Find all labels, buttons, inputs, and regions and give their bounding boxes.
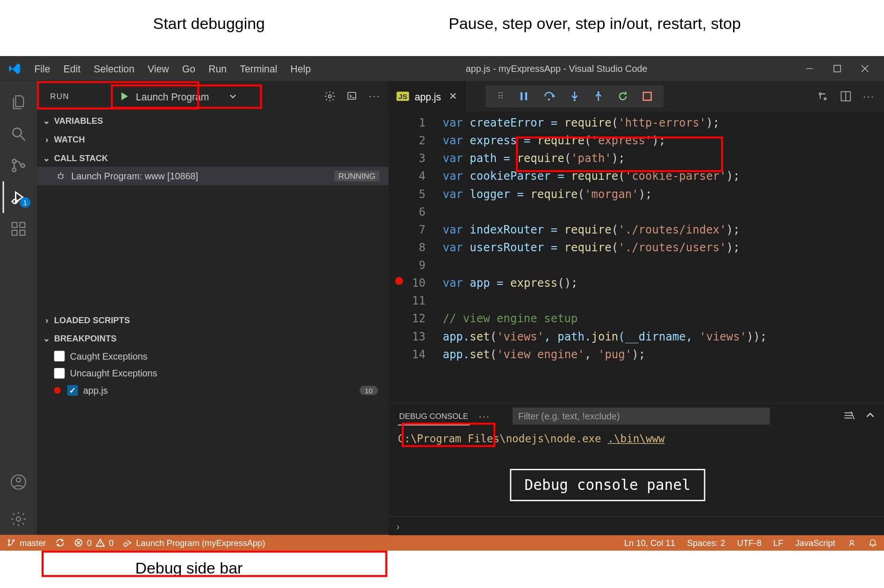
step-out-button[interactable]	[593, 91, 603, 102]
maximize-button[interactable]	[831, 63, 843, 74]
status-bar: master 0 0 Launch Program (myExpressApp)…	[0, 535, 884, 551]
svg-point-18	[16, 517, 21, 521]
split-editor-icon[interactable]	[841, 91, 851, 102]
menu-go[interactable]: Go	[176, 59, 202, 78]
status-problems[interactable]: 0 0	[74, 538, 114, 547]
clear-console-icon[interactable]	[843, 411, 855, 421]
console-input-prompt[interactable]: ›	[389, 517, 884, 535]
callstack-item[interactable]: Launch Program: www [10868] RUNNING	[37, 167, 389, 185]
status-cursor[interactable]: Ln 10, Col 11	[624, 538, 675, 547]
close-icon[interactable]: ✕	[449, 90, 457, 102]
filter-input[interactable]: Filter (e.g. text, !exclude)	[513, 408, 770, 425]
activity-run-debug[interactable]: 1	[3, 181, 35, 213]
start-debug-icon[interactable]	[119, 91, 129, 102]
breakpoint-marker-icon[interactable]	[395, 277, 403, 285]
section-callstack-header[interactable]: ⌄ CALL STACK	[37, 149, 389, 167]
drag-handle-icon[interactable]: ⠿	[497, 91, 504, 102]
menu-bar: File Edit Selection View Go Run Terminal…	[28, 59, 317, 78]
panel-tab-bar: DEBUG CONSOLE ··· Filter (e.g. text, !ex…	[389, 404, 884, 429]
compare-icon[interactable]	[817, 90, 829, 102]
code-editor[interactable]: 1 2 3 4 5 6 7 8 9 10 11 12 13 14 var cre…	[389, 112, 884, 403]
svg-line-24	[63, 174, 64, 175]
menu-help[interactable]: Help	[284, 59, 317, 78]
more-icon[interactable]: ···	[369, 90, 381, 102]
menu-run[interactable]: Run	[202, 59, 233, 78]
svg-point-9	[13, 199, 17, 204]
activity-explorer[interactable]	[3, 86, 35, 118]
svg-line-5	[21, 136, 25, 140]
pause-button[interactable]	[518, 91, 529, 102]
breakpoint-caught-exceptions[interactable]: Caught Exceptions	[37, 347, 389, 365]
section-breakpoints-header[interactable]: ⌄ BREAKPOINTS	[37, 329, 389, 348]
window-controls	[796, 63, 879, 74]
stop-button[interactable]	[642, 92, 652, 101]
more-icon[interactable]: ···	[479, 411, 491, 422]
status-language[interactable]: JavaScript	[795, 538, 835, 547]
activity-accounts[interactable]	[3, 466, 35, 498]
svg-point-31	[573, 99, 575, 101]
chevron-up-icon[interactable]	[866, 411, 875, 421]
breakpoint-uncaught-exceptions[interactable]: Uncaught Exceptions	[37, 365, 389, 382]
status-sync[interactable]	[55, 538, 64, 547]
restart-button[interactable]	[617, 91, 628, 102]
feedback-icon[interactable]	[847, 538, 856, 547]
activity-settings[interactable]	[3, 503, 35, 535]
section-variables: ⌄ VARIABLES	[37, 112, 389, 130]
tab-appjs[interactable]: JS app.js ✕	[389, 81, 465, 112]
section-breakpoints-label: BREAKPOINTS	[54, 333, 117, 343]
svg-point-35	[820, 93, 821, 95]
run-sidebar: RUN Launch Program ···	[37, 81, 389, 535]
debug-console-icon[interactable]	[347, 90, 358, 102]
launch-config-dropdown[interactable]: Launch Program	[115, 88, 241, 105]
svg-line-23	[57, 174, 59, 175]
svg-rect-34	[643, 92, 651, 100]
callstack-status: RUNNING	[335, 171, 379, 182]
activity-search[interactable]	[3, 118, 35, 150]
tab-debug-console[interactable]: DEBUG CONSOLE	[398, 407, 469, 425]
code-content[interactable]: var createError = require('http-errors')…	[435, 112, 884, 403]
status-debug-target[interactable]: Launch Program (myExpressApp)	[123, 538, 265, 547]
status-eol[interactable]: LF	[773, 538, 783, 547]
breakpoint-file-appjs[interactable]: app.js 10	[37, 382, 389, 399]
editor-actions: ···	[808, 81, 884, 112]
step-into-button[interactable]	[570, 91, 579, 102]
title-bar: File Edit Selection View Go Run Terminal…	[0, 56, 884, 81]
debug-console-panel: DEBUG CONSOLE ··· Filter (e.g. text, !ex…	[389, 403, 884, 535]
section-variables-header[interactable]: ⌄ VARIABLES	[37, 112, 389, 130]
close-button[interactable]	[859, 63, 870, 74]
debug-badge: 1	[20, 197, 30, 208]
status-branch[interactable]: master	[7, 538, 46, 547]
menu-selection[interactable]: Selection	[87, 59, 141, 78]
step-over-button[interactable]	[543, 91, 555, 102]
menu-edit[interactable]: Edit	[57, 59, 87, 78]
checkbox-unchecked[interactable]	[54, 351, 65, 361]
section-watch-header[interactable]: › WATCH	[37, 130, 389, 149]
activity-source-control[interactable]	[3, 150, 35, 182]
status-encoding[interactable]: UTF-8	[737, 538, 762, 547]
minimize-button[interactable]	[804, 63, 815, 74]
chevron-down-icon	[229, 92, 237, 100]
svg-point-43	[8, 539, 9, 541]
activity-extensions[interactable]	[3, 213, 35, 245]
annotation-debug-toolbar: Pause, step over, step in/out, restart, …	[449, 14, 741, 33]
chevron-right-icon: ›	[397, 521, 400, 531]
svg-rect-28	[525, 92, 527, 100]
section-loaded-header[interactable]: › LOADED SCRIPTS	[37, 311, 389, 329]
menu-terminal[interactable]: Terminal	[233, 59, 284, 78]
js-file-icon: JS	[397, 92, 409, 101]
menu-file[interactable]: File	[28, 59, 57, 78]
svg-rect-1	[834, 65, 841, 72]
checkbox-unchecked[interactable]	[54, 368, 65, 379]
menu-view[interactable]: View	[141, 59, 176, 78]
checkbox-checked[interactable]	[67, 385, 78, 396]
bug-icon	[56, 171, 66, 182]
status-spaces[interactable]: Spaces: 2	[687, 538, 726, 547]
section-watch-label: WATCH	[54, 134, 85, 144]
svg-rect-14	[20, 230, 25, 235]
svg-rect-12	[12, 222, 17, 227]
bell-icon[interactable]	[868, 538, 877, 547]
gear-icon[interactable]	[324, 90, 336, 102]
svg-point-19	[328, 95, 331, 98]
more-icon[interactable]: ···	[863, 91, 875, 102]
svg-point-36	[824, 98, 826, 99]
